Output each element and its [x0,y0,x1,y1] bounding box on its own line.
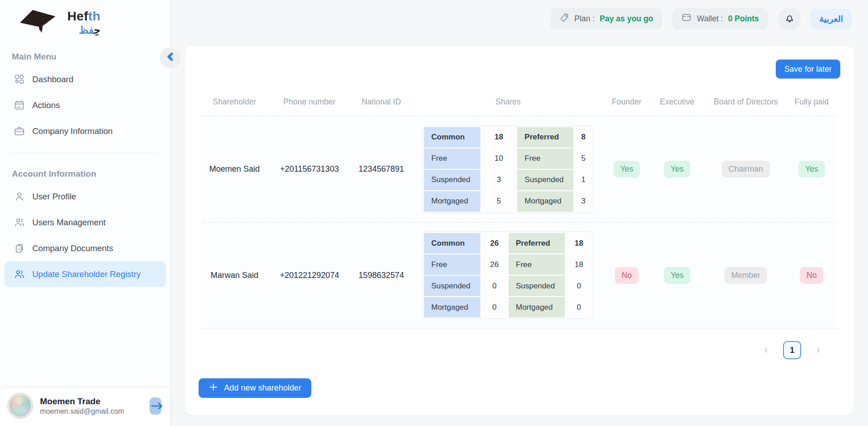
wallet-icon [681,12,692,25]
shares-cell: Common 26 Preferred 18 Free 26 Free 18 [411,232,605,319]
wallet-value: 0 Points [728,14,759,24]
bell-icon [784,13,795,26]
share-label: Suspended [424,276,480,296]
founder-badge: Yes [614,161,640,178]
share-value: 5 [481,191,516,212]
phone-number: +201156731303 [268,164,351,174]
card-toolbar: Save for later [185,46,854,79]
column-header: Executive [649,97,706,107]
wallet-badge[interactable]: Wallet : 0 Points [672,8,768,30]
fully-paid-badge: Yes [798,161,825,178]
tag-icon [559,13,569,25]
plan-badge[interactable]: Plan : Pay as you go [550,8,662,30]
executive-badge: Yes [664,267,691,284]
column-header: Shares [411,97,605,107]
share-label: Free [517,149,574,169]
save-for-later-button[interactable]: Save for later [776,59,840,79]
share-label: Preferred [517,127,574,148]
share-label: Common [424,233,480,253]
brand-text: Hefth حِفظ [67,9,100,36]
plus-icon [209,382,218,394]
share-value: 0 [566,297,592,317]
share-value: 8 [574,127,592,148]
pagination-page-1[interactable]: 1 [783,341,801,359]
share-value: 26 [481,233,508,253]
table-row: Moemen Said +201156731303 1234567891 Com… [201,116,838,222]
share-value: 5 [574,149,592,169]
sidebar-item-actions[interactable]: Actions [5,92,166,118]
main-menu: Dashboard Actions Company Information [0,62,170,144]
language-toggle-button[interactable]: العربية [811,9,852,29]
sidebar-item-update-shareholder-registry[interactable]: Update Shareholder Registry [5,261,166,287]
brand-name-arabic: حِفظ [67,24,100,36]
app-root: Hefth حِفظ Main Menu Dashboard Actions [0,0,868,426]
share-label: Free [424,254,480,275]
sidebar-item-company-information[interactable]: Company Information [5,118,166,144]
share-value: 18 [566,254,592,275]
notifications-button[interactable] [778,8,801,30]
sidebar-item-label: Users Management [32,218,105,228]
avatar [7,393,33,419]
sidebar-item-users-management[interactable]: Users Management [5,209,166,235]
sidebar-item-label: Company Information [32,126,113,136]
share-label: Suspended [509,276,565,296]
calendar-icon [14,99,25,111]
sidebar-item-company-documents[interactable]: Company Documents [5,235,166,261]
share-label: Mortgaged [509,297,565,317]
column-header: Founder [605,97,649,107]
share-value: 0 [566,276,592,296]
national-id: 1234567891 [351,164,411,174]
add-new-shareholder-button[interactable]: Add new shareholder [199,378,311,398]
sidebar-item-label: Company Documents [32,243,113,253]
share-label: Free [509,254,565,275]
share-value: 10 [481,149,516,169]
share-value: 26 [481,254,508,275]
shareholder-name: Marwan Said [201,271,268,280]
share-label: Common [424,127,480,148]
share-label: Free [424,149,480,169]
table-header-row: Shareholder Phone number National ID Sha… [201,88,838,116]
share-value: 3 [574,191,592,212]
board-badge: Chairman [722,161,770,178]
share-value: 3 [481,170,516,190]
pagination-next-button[interactable] [814,346,822,354]
main-menu-title: Main Menu [0,52,170,62]
share-label: Suspended [424,170,480,190]
share-label: Preferred [509,233,565,253]
chevron-left-icon [165,52,175,64]
share-value: 0 [481,297,508,317]
briefcase-icon [14,125,25,137]
share-label: Mortgaged [517,191,574,212]
pagination-prev-button[interactable] [762,346,770,354]
logout-button[interactable] [150,397,161,415]
national-id: 1598632574 [351,271,411,280]
share-value: 0 [481,276,508,296]
fully-paid-badge: No [800,267,823,284]
sidebar: Hefth حِفظ Main Menu Dashboard Actions [0,0,171,426]
brand-logo: Hefth حِفظ [0,0,170,36]
executive-badge: Yes [664,161,691,178]
sidebar-item-user-profile[interactable]: User Profile [5,183,166,209]
shares-cell: Common 18 Preferred 8 Free 10 Free 5 [411,126,605,213]
topbar: Plan : Pay as you go Wallet : 0 Points ا… [171,0,868,45]
share-label: Mortgaged [424,191,480,212]
column-header: National ID [351,97,411,107]
shares-table: Common 18 Preferred 8 Free 10 Free 5 [423,126,594,213]
users-icon [14,268,25,280]
sidebar-item-dashboard[interactable]: Dashboard [5,66,166,92]
column-header: Board of Directors [706,97,786,107]
column-header: Shareholder [201,97,268,107]
sidebar-collapse-button[interactable] [160,47,181,68]
sidebar-item-label: User Profile [32,192,76,202]
column-header: Phone number [268,97,351,107]
user-card: Moemen Trade moemen.said@gmail.com [0,388,170,426]
pagination: 1 [185,341,822,359]
sidebar-item-label: Dashboard [32,74,74,84]
table-row: Marwan Said +201221292074 1598632574 Com… [201,222,838,328]
graduation-cap-logo-icon [19,9,56,36]
shareholders-table: Shareholder Phone number National ID Sha… [201,88,838,328]
add-row: Add new shareholder [199,378,854,398]
user-info: Moemen Trade moemen.said@gmail.com [40,396,124,416]
share-label: Suspended [517,170,574,190]
wallet-label: Wallet : [697,14,723,24]
